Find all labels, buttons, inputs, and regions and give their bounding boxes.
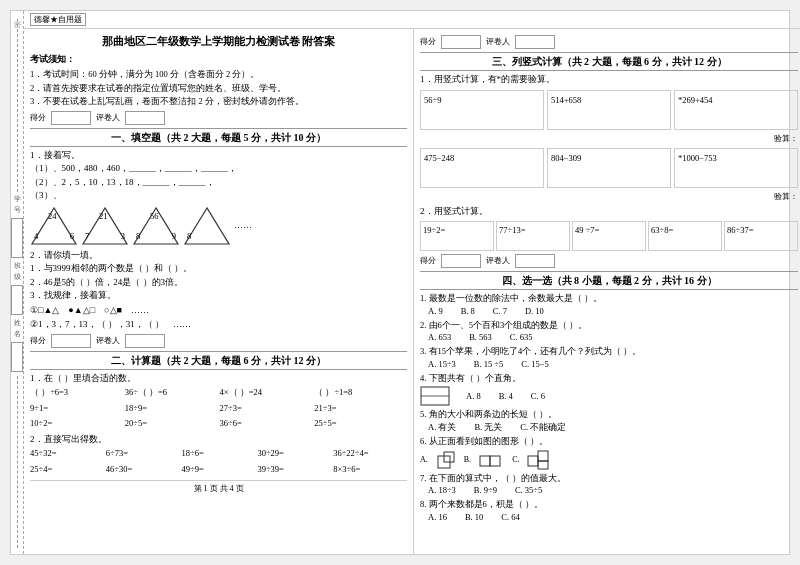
label-hao: 号: [14, 205, 21, 215]
s4-q4-figures: A. 8 B. 4 C. 6: [420, 386, 798, 406]
calc-item-7: 27÷3=: [220, 401, 313, 415]
tri2-left: 7: [85, 230, 89, 243]
page-number: 第 1 页 共 4 页: [30, 480, 407, 495]
score-label-2: 得分: [30, 335, 46, 347]
s3-vert3-grid: 19÷2= 77÷13= 49 ÷7= 63÷8= 86÷37=: [420, 221, 798, 251]
tri1-right: 6: [70, 230, 74, 243]
calc-item-12: 25÷5=: [314, 416, 407, 430]
s4-q5-text: 角的大小和两条边的长短（ ）。: [429, 409, 557, 419]
label-ban: 班: [14, 261, 21, 271]
s4-q7-text: 在下面的算式中，（ ）的值最大。: [429, 473, 566, 483]
calc2-item-7: 46÷30=: [106, 462, 180, 476]
shapes-seq: ①□▲△ ●▲△□ ○△■ ……: [30, 304, 407, 318]
s4-q1-options: A. 9 B. 8 C. 7 D. 10: [428, 305, 798, 318]
top-header: 德馨★自用题: [24, 11, 800, 29]
svg-rect-12: [538, 461, 548, 469]
score-box-2: [51, 334, 91, 348]
vert3-item-5: 86÷37=: [724, 221, 798, 251]
q1-a: （1）、500，480，460，______，______，______，: [30, 162, 407, 176]
s4-q6-c-label: C.: [512, 454, 519, 466]
check-label-2: 验算：: [420, 191, 798, 203]
figure-3d-b: [479, 450, 504, 470]
calc2-item-4: 30÷29=: [257, 446, 331, 460]
section4-title: 四、选一选（共 8 小题，每题 2 分，共计 16 分）: [420, 271, 798, 290]
score-row-2: 得分 评卷人: [30, 334, 407, 348]
q2-b: 2．46是5的（ ）倍，24是（ ）的3倍。: [30, 276, 407, 290]
s4-q5-options: A. 有关 B. 无关 C. 不能确定: [428, 421, 798, 434]
q1-b: （2）、2，5，10，13，18，______，______，: [30, 176, 407, 190]
calc2-item-1: 45÷32=: [30, 446, 104, 460]
shapes-seq2: ②1，3，7，13，（ ），31，（ ） ……: [30, 318, 407, 332]
s4-q6: 6. 从正面看到如图的图形（ ）。 A. B. C.: [420, 435, 798, 470]
s4-q4-options: A. 8 B. 4 C. 6: [466, 390, 545, 403]
vert3-item-2: 77÷13=: [496, 221, 570, 251]
s4-q8-options: A. 16 B. 10 C. 64: [428, 511, 798, 524]
reviewer-label-1: 评卷人: [96, 112, 120, 124]
svg-marker-3: [185, 208, 229, 244]
calc-item-6: 18÷9=: [125, 401, 218, 415]
svg-rect-9: [490, 456, 500, 466]
section2-title: 二、计算题（共 2 大题，每题 6 分，共计 12 分）: [30, 351, 407, 370]
vert3-item-4: 63÷8=: [648, 221, 722, 251]
calc2-item-3: 18÷6=: [182, 446, 256, 460]
calc-item-5: 9÷1=: [30, 401, 123, 415]
vert1-item-2: 514+658: [547, 90, 671, 130]
s2-q1-block: 1．在（ ）里填合适的数。 （ ）÷6=3 36÷（ ）=6 4×（ ）=24 …: [30, 372, 407, 431]
notice-block: 1．考试时间：60 分钟，满分为 100 分（含卷面分 2 分）。 2．请首先按…: [30, 68, 407, 109]
s4-q5-num: 5.: [420, 409, 426, 419]
tri2-top: 21: [99, 210, 108, 223]
score-label-3: 得分: [420, 36, 436, 48]
svg-rect-10: [528, 456, 538, 466]
tri3-top: 56: [150, 210, 159, 223]
s3-q1-block: 1．用竖式计算，有*的需要验算。 56÷9 514+658 *269+454 验…: [420, 73, 798, 203]
vert1-item-3: *269+454: [674, 90, 798, 130]
s4-q1-text: 最数是一位数的除法中，余数最大是（ ）。: [429, 293, 602, 303]
vert1-item-1: 56÷9: [420, 90, 544, 130]
score-box-4: [441, 254, 481, 268]
triangle-4: 8: [183, 206, 231, 246]
left-margin: 密 学 号 班 级 姓 名: [11, 11, 24, 554]
triangle-row: 24 4 6 21 7 3: [30, 206, 407, 246]
left-panel: 那曲地区二年级数学上学期能力检测试卷 附答案 考试须知： 1．考试时间：60 分…: [24, 29, 414, 554]
section4-questions: 1. 最数是一位数的除法中，余数最大是（ ）。 A. 9 B. 8 C. 7 D…: [420, 292, 798, 524]
calc2-item-8: 49÷9=: [182, 462, 256, 476]
reviewer-box-1: [125, 111, 165, 125]
exam-page: 密 学 号 班 级 姓 名 德馨★自用题 那曲地区二年级数学上学期能力检测试卷 …: [10, 10, 790, 555]
notice-2: 2．请首先按要求在试卷的指定位置填写您的姓名、班级、学号。: [30, 82, 407, 96]
triangle-2: 21 7 3: [81, 206, 129, 246]
q2-c: 3．找规律，接着算。: [30, 289, 407, 303]
score-box-1: [51, 111, 91, 125]
figure-rect-1: [420, 386, 450, 406]
margin-seal-text: 密: [12, 15, 22, 17]
right-panel: 得分 评卷人 三、列竖式计算（共 2 大题，每题 6 分，共计 12 分） 1．…: [414, 29, 800, 554]
vert2-item-3: *1000−753: [674, 148, 798, 188]
s4-q3: 3. 有15个苹果，小明吃了4个，还有几个？列式为（ ）。 A. 15÷3 B.…: [420, 345, 798, 371]
s4-q6-options-text: A.: [420, 454, 428, 466]
calc-item-11: 36÷6=: [220, 416, 313, 430]
vert3-item-3: 49 ÷7=: [572, 221, 646, 251]
label-xue: 学: [14, 194, 21, 204]
s4-q2-num: 2.: [420, 320, 426, 330]
triangle-3: 56 8 9: [132, 206, 180, 246]
calc2-item-10: 8×3÷6=: [333, 462, 407, 476]
notice-1: 1．考试时间：60 分钟，满分为 100 分（含卷面分 2 分）。: [30, 68, 407, 82]
s4-q4-num: 4.: [420, 373, 426, 383]
brand-logo: 德馨★自用题: [30, 13, 86, 26]
s4-q3-options: A. 15÷3 B. 15 ÷5 C. 15−5: [428, 358, 798, 371]
s4-q2-text: 由6个一、5个百和3个组成的数是（ ）。: [429, 320, 588, 330]
shapes-seq-text: ①□▲△ ●▲△□ ○△■ ……: [30, 304, 149, 318]
s4-q6-text: 从正面看到如图的图形（ ）。: [429, 436, 548, 446]
section1-title: 一、填空题（共 2 大题，每题 5 分，共计 10 分）: [30, 128, 407, 147]
reviewer-label-4: 评卷人: [486, 255, 510, 267]
s3-q1-label: 1．用竖式计算，有*的需要验算。: [420, 73, 798, 87]
s4-q7-options: A. 18÷3 B. 9÷9 C. 35÷5: [428, 484, 798, 497]
vert2-item-2: 804−309: [547, 148, 671, 188]
figure-3d-a: [436, 450, 456, 470]
calc-item-8: 21÷3=: [314, 401, 407, 415]
q2-block: 2．请你填一填。 1．与3999相邻的两个数是（ ）和（ ）。 2．46是5的（…: [30, 249, 407, 332]
s4-q4-text: 下图共有（ ）个直角。: [429, 373, 521, 383]
score-label-1: 得分: [30, 112, 46, 124]
s3-vert2-grid: 475−248 804−309 *1000−753: [420, 148, 798, 188]
score-row-3: 得分 评卷人: [420, 35, 798, 49]
notice-title: 考试须知：: [30, 53, 407, 67]
